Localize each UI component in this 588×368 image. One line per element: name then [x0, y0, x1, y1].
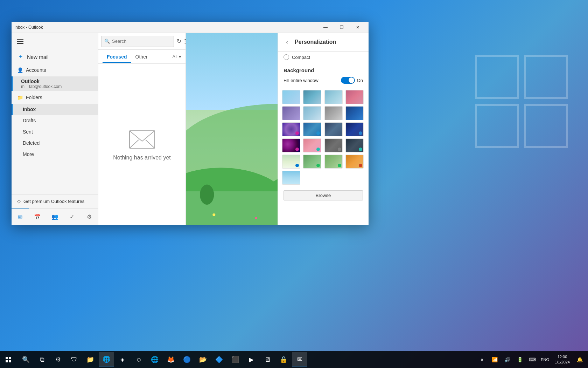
- taskbar-ime[interactable]: ENG: [539, 354, 551, 365]
- taskbar-notification[interactable]: 🔔: [574, 354, 585, 365]
- bg-thumb-4[interactable]: [345, 90, 364, 104]
- tab-other[interactable]: Other: [131, 51, 152, 62]
- svg-rect-2: [476, 105, 518, 147]
- taskbar-edge[interactable]: 🌐: [99, 352, 114, 367]
- all-button[interactable]: All ▾: [173, 54, 181, 59]
- other-label: Other: [135, 54, 148, 60]
- toggle-label: On: [357, 78, 363, 83]
- sidebar-item-sent[interactable]: Sent: [12, 126, 98, 137]
- taskbar-app2[interactable]: 🖥: [260, 352, 275, 367]
- bg-thumb-9[interactable]: [282, 122, 300, 136]
- thumb-dot-14: [316, 148, 320, 151]
- nav-people[interactable]: 👥: [46, 209, 63, 225]
- sidebar-item-more[interactable]: More: [12, 149, 98, 160]
- back-button[interactable]: ‹: [282, 37, 292, 47]
- taskbar-settings[interactable]: ⚙: [50, 352, 66, 367]
- taskbar-vpn[interactable]: 🔒: [276, 352, 291, 367]
- taskbar-search[interactable]: 🔍: [18, 352, 34, 367]
- nav-calendar[interactable]: 📅: [29, 209, 46, 225]
- settings-icon: ⚙: [87, 213, 92, 220]
- browse-button[interactable]: Browse: [284, 190, 363, 200]
- taskbar-app1[interactable]: 🔵: [179, 352, 195, 367]
- taskbar-keyboard[interactable]: ⌨: [527, 354, 538, 365]
- svg-rect-3: [525, 105, 567, 147]
- taskbar-battery[interactable]: 🔋: [514, 354, 525, 365]
- bg-thumb-5[interactable]: [282, 106, 300, 120]
- bg-thumb-21[interactable]: [282, 171, 300, 185]
- premium-button[interactable]: ◇ Get premium Outlook features: [12, 194, 98, 208]
- bg-thumb-12[interactable]: [345, 122, 364, 136]
- taskbar-security[interactable]: 🛡: [66, 352, 82, 367]
- bg-thumb-16[interactable]: [345, 138, 364, 152]
- close-button[interactable]: ✕: [350, 22, 366, 33]
- window-content: + New mail 👤 Accounts Outlook m__lab@out…: [12, 33, 369, 225]
- tasks-icon: ✓: [70, 213, 74, 220]
- taskbar-chevron[interactable]: ∧: [476, 354, 488, 365]
- taskbar-time-display: 12:00: [555, 354, 570, 360]
- bg-thumb-18[interactable]: [303, 155, 321, 169]
- bg-thumb-2[interactable]: [303, 90, 321, 104]
- drafts-label: Drafts: [23, 118, 36, 123]
- thumb-dot-20: [359, 164, 362, 167]
- sidebar-account[interactable]: Outlook m__lab@outlook.com: [12, 76, 98, 91]
- search-input[interactable]: [112, 39, 171, 44]
- sidebar-accounts-header[interactable]: 👤 Accounts: [12, 64, 98, 76]
- taskbar-powershell[interactable]: 🔷: [211, 352, 227, 367]
- nav-mail[interactable]: ✉: [12, 209, 29, 225]
- hamburger-button[interactable]: [16, 36, 27, 47]
- sidebar-item-deleted[interactable]: Deleted: [12, 137, 98, 149]
- bg-thumb-10[interactable]: [303, 122, 321, 136]
- nav-tasks[interactable]: ✓: [63, 209, 80, 225]
- fill-window-toggle[interactable]: On: [341, 77, 363, 84]
- bg-thumb-8[interactable]: [345, 106, 364, 120]
- bg-thumb-17[interactable]: [282, 155, 300, 169]
- bg-thumb-19[interactable]: [324, 155, 343, 169]
- bg-thumb-7[interactable]: [324, 106, 343, 120]
- compact-checkbox[interactable]: [284, 54, 289, 60]
- nav-settings[interactable]: ⚙: [81, 209, 98, 225]
- bg-thumb-15[interactable]: [324, 138, 343, 152]
- taskbar-datetime[interactable]: 12:00 1/1/2024: [552, 354, 573, 365]
- bg-thumb-3[interactable]: [324, 90, 343, 104]
- bg-thumb-14[interactable]: [303, 138, 321, 152]
- taskbar-terminal2[interactable]: ▶: [244, 352, 259, 367]
- taskbar-icons: 🔍 ⧉ ⚙ 🛡 📁 🌐 ◈ ⬡ 🌐 🦊 🔵 📂 🔷 ⬛ ▶ 🖥 🔒 ✉: [17, 352, 309, 367]
- tab-focused[interactable]: Focused: [103, 51, 131, 62]
- start-button[interactable]: [0, 351, 17, 368]
- taskbar-taskview[interactable]: ⧉: [34, 352, 50, 367]
- new-mail-button[interactable]: + New mail: [12, 50, 98, 64]
- search-box[interactable]: 🔍: [101, 36, 174, 47]
- bg-thumb-13[interactable]: [282, 138, 300, 152]
- bg-thumb-20[interactable]: [345, 155, 364, 169]
- desktop-windows-logo: [472, 53, 570, 152]
- sidebar-folders-header[interactable]: 📁 Folders: [12, 91, 98, 104]
- taskbar-explorer2[interactable]: 📂: [195, 352, 211, 367]
- taskbar-chrome[interactable]: 🌐: [147, 352, 162, 367]
- svg-point-11: [212, 213, 215, 216]
- taskbar-firefox[interactable]: 🦊: [163, 352, 178, 367]
- accounts-label: Accounts: [26, 67, 46, 73]
- taskbar-terminal[interactable]: ⬛: [227, 352, 243, 367]
- taskbar-edge2[interactable]: ◈: [115, 352, 130, 367]
- bg-thumb-11[interactable]: [324, 122, 343, 136]
- bg-thumb-6[interactable]: [303, 106, 321, 120]
- refresh-button[interactable]: ↻: [177, 36, 181, 47]
- more-label: More: [23, 151, 34, 157]
- minimize-button[interactable]: —: [317, 22, 334, 33]
- taskbar-network[interactable]: 📶: [489, 354, 500, 365]
- panel-title: Personalization: [295, 39, 336, 45]
- taskbar-edge3[interactable]: ⬡: [131, 352, 146, 367]
- toggle-track[interactable]: [341, 77, 355, 84]
- compact-row: Compact: [278, 52, 369, 63]
- background-section-title: Background: [278, 63, 369, 75]
- bg-thumb-1[interactable]: [282, 90, 300, 104]
- maximize-button[interactable]: ❐: [334, 22, 350, 33]
- svg-rect-0: [476, 56, 518, 98]
- taskbar-fileexp[interactable]: 📁: [83, 352, 98, 367]
- premium-label: Get premium Outlook features: [23, 199, 84, 204]
- taskbar-volume[interactable]: 🔊: [502, 354, 513, 365]
- sidebar-item-drafts[interactable]: Drafts: [12, 115, 98, 126]
- mail-tabs: Focused Other All ▾: [98, 50, 186, 64]
- sidebar-item-inbox[interactable]: Inbox: [12, 104, 98, 115]
- taskbar-mail[interactable]: ✉: [292, 352, 307, 367]
